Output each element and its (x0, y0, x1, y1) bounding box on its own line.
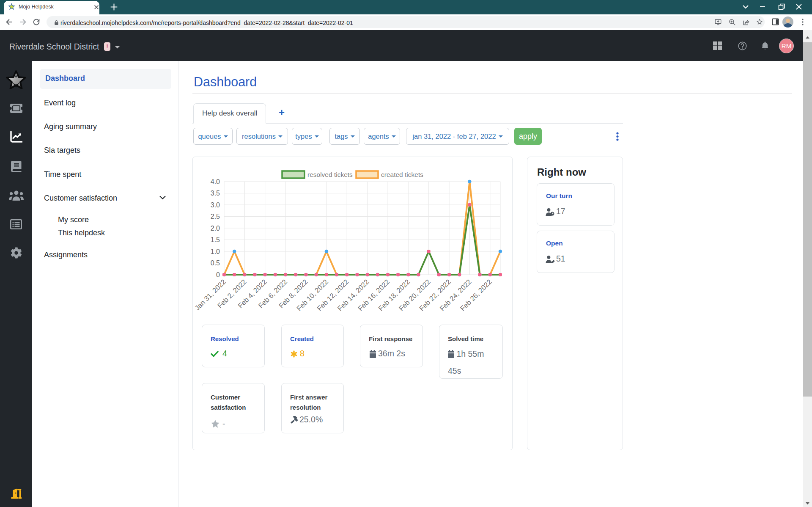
svg-text:2.5: 2.5 (211, 213, 220, 220)
svg-text:0: 0 (216, 271, 220, 278)
svg-text:2.0: 2.0 (211, 225, 220, 232)
svg-text:created tickets: created tickets (381, 171, 423, 178)
svg-text:1.5: 1.5 (211, 236, 220, 243)
svg-text:0.5: 0.5 (211, 259, 220, 267)
svg-text:resolved tickets: resolved tickets (307, 171, 353, 178)
svg-text:4.0: 4.0 (211, 178, 220, 185)
svg-text:1.0: 1.0 (211, 248, 220, 255)
svg-text:3.0: 3.0 (211, 201, 220, 209)
svg-text:3.5: 3.5 (211, 190, 220, 197)
